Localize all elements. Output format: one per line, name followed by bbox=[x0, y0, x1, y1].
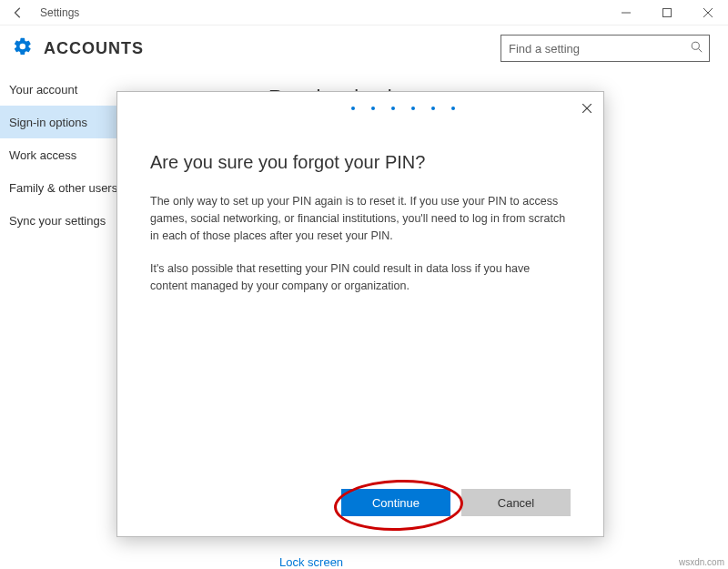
gear-icon bbox=[13, 36, 33, 60]
sidebar-item-label: Family & other users bbox=[9, 181, 117, 195]
window-controls bbox=[605, 0, 728, 25]
minimize-icon bbox=[622, 8, 631, 17]
svg-line-5 bbox=[699, 49, 703, 53]
close-window-button[interactable] bbox=[687, 0, 728, 25]
close-icon bbox=[582, 104, 592, 113]
window-title: Settings bbox=[36, 6, 79, 19]
dialog-paragraph-2: It's also possible that resetting your P… bbox=[150, 260, 569, 295]
forgot-pin-dialog: Are you sure you forgot your PIN? The on… bbox=[116, 91, 604, 537]
page-title: ACCOUNTS bbox=[44, 39, 144, 58]
title-bar: Settings bbox=[0, 0, 728, 25]
minimize-button[interactable] bbox=[605, 0, 646, 25]
sidebar-item-label: Sign-in options bbox=[9, 116, 87, 129]
maximize-icon bbox=[662, 8, 672, 17]
dialog-paragraph-1: The only way to set up your PIN again is… bbox=[150, 193, 569, 244]
progress-dots bbox=[351, 107, 455, 110]
sidebar-item-label: Your account bbox=[9, 83, 77, 97]
back-button[interactable] bbox=[0, 0, 36, 25]
dialog-title: Are you sure you forgot your PIN? bbox=[150, 152, 571, 173]
watermark: wsxdn.com bbox=[679, 557, 724, 567]
continue-button[interactable]: Continue bbox=[341, 489, 450, 516]
search-icon bbox=[691, 41, 703, 56]
back-arrow-icon bbox=[12, 6, 25, 19]
dialog-close-button[interactable] bbox=[578, 99, 596, 117]
search-container bbox=[500, 35, 710, 62]
close-icon bbox=[703, 8, 713, 17]
lock-screen-link[interactable]: Lock screen bbox=[274, 555, 343, 569]
search-input[interactable] bbox=[500, 35, 710, 62]
dialog-body: Are you sure you forgot your PIN? The on… bbox=[117, 92, 603, 295]
svg-rect-1 bbox=[662, 8, 671, 16]
sidebar-item-label: Work access bbox=[9, 148, 76, 162]
dialog-buttons: Continue Cancel bbox=[341, 489, 571, 516]
cancel-button[interactable]: Cancel bbox=[461, 489, 571, 516]
sidebar-item-label: Sync your settings bbox=[9, 214, 106, 228]
maximize-button[interactable] bbox=[646, 0, 687, 25]
svg-point-4 bbox=[692, 42, 699, 49]
header: ACCOUNTS bbox=[0, 25, 728, 71]
